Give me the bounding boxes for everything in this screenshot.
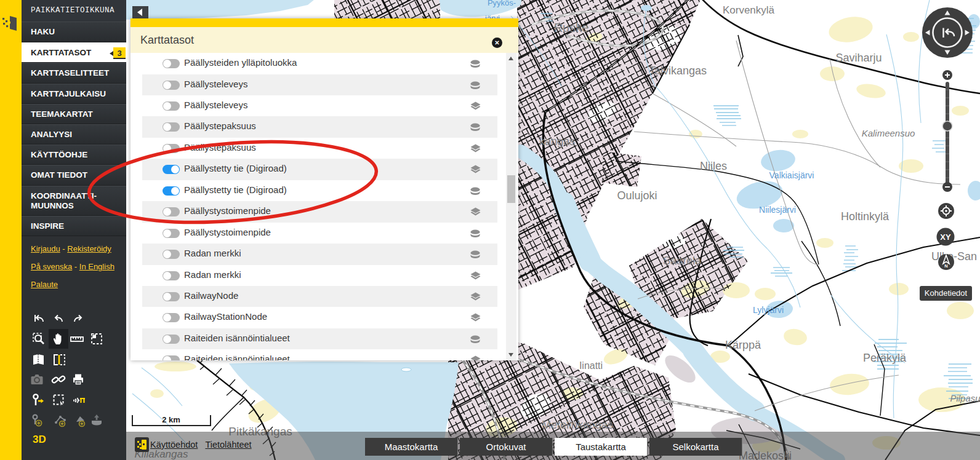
svg-text:N: N — [944, 263, 947, 269]
svg-text:Metelinkangas: Metelinkangas — [542, 419, 613, 431]
svg-text:Saarela: Saarela — [663, 255, 702, 267]
svg-text:Iinatti: Iinatti — [579, 360, 603, 371]
svg-text:Holtinkylä: Holtinkylä — [841, 210, 890, 223]
svg-text:Korvenkylä: Korvenkylä — [723, 4, 775, 16]
svg-text:Pilpasu: Pilpasu — [950, 393, 980, 403]
svg-text:Valkiaisjärvi: Valkiaisjärvi — [769, 170, 814, 180]
svg-text:Peräkylä: Peräkylä — [863, 352, 907, 364]
svg-text:Ruske: Ruske — [554, 21, 589, 34]
svg-text:Saviharju: Saviharju — [835, 52, 882, 64]
svg-text:kangas: kangas — [539, 135, 575, 148]
svg-text:Oulujoki: Oulujoki — [617, 189, 657, 202]
svg-text:2 km: 2 km — [162, 415, 180, 424]
svg-text:Lylyjärvi: Lylyjärvi — [753, 305, 784, 315]
svg-text:Kalimeensuo: Kalimeensuo — [862, 128, 915, 138]
svg-text:XY: XY — [940, 232, 951, 242]
svg-text:Niilesjärvi: Niilesjärvi — [759, 205, 796, 215]
svg-text:Pyykös-: Pyykös- — [488, 0, 516, 7]
svg-text:Niiles: Niiles — [700, 160, 727, 172]
svg-text:Kärppä: Kärppä — [725, 339, 761, 351]
svg-text:Talvikangas: Talvikangas — [649, 65, 707, 77]
